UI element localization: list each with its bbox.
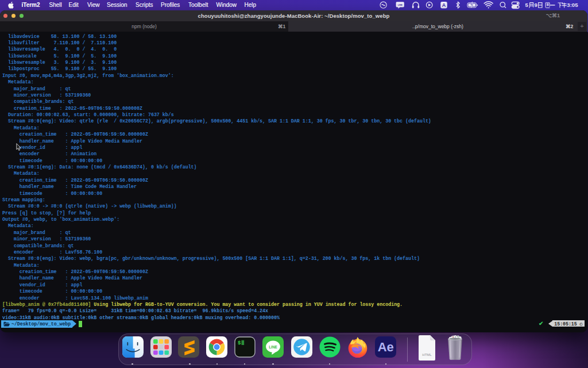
svg-text:A: A (442, 2, 446, 8)
svg-text:5: 5 (525, 2, 529, 8)
svg-text:HTML: HTML (422, 353, 432, 356)
svg-text:LINE: LINE (398, 4, 403, 6)
svg-text:Ae: Ae (378, 340, 394, 354)
svg-text:9: 9 (535, 2, 537, 8)
svg-text:LINE: LINE (269, 345, 277, 349)
svg-text:3:05: 3:05 (567, 2, 578, 8)
svg-text:$: $ (238, 340, 241, 346)
